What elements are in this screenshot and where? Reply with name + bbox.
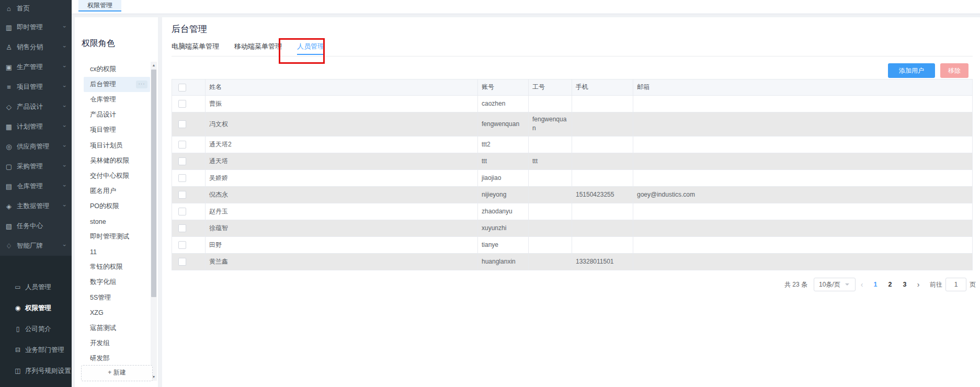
topbar: 权限管理: [72, 0, 980, 14]
table-cell: [572, 203, 633, 220]
role-item[interactable]: 常钰的权限: [84, 259, 150, 275]
tab-item[interactable]: 移动端菜单管理: [234, 41, 282, 55]
role-item[interactable]: 项目计划员: [84, 138, 150, 153]
role-item[interactable]: 后台管理···: [84, 77, 150, 92]
table-row[interactable]: 田野tianye: [172, 237, 972, 254]
sidebar-item-task[interactable]: ▧任务中心: [0, 216, 72, 236]
top-tab-permission-management[interactable]: 权限管理: [78, 0, 121, 12]
role-item[interactable]: 开发组: [84, 336, 150, 351]
sidebar-item-cart[interactable]: ▢采购管理›: [0, 156, 72, 176]
role-item[interactable]: cx的权限: [84, 62, 150, 77]
checkbox[interactable]: [178, 224, 186, 232]
role-item[interactable]: 即时管理测试: [84, 229, 150, 244]
sidebar-item-home[interactable]: ⌂首页: [0, 0, 72, 17]
scroll-up-icon[interactable]: ▲: [151, 62, 157, 69]
table-cell: [633, 254, 973, 270]
table-cell: goey@industics.com: [633, 187, 973, 203]
page-number-1[interactable]: 1: [870, 281, 881, 288]
table-cell: 曹振: [206, 96, 478, 112]
next-page-button[interactable]: ›: [912, 280, 925, 289]
role-item[interactable]: 寇苗测试: [84, 321, 150, 336]
role-item[interactable]: stone: [84, 214, 150, 229]
role-item[interactable]: 5S管理: [84, 290, 150, 305]
sidebar-item-plan[interactable]: ▦计划管理›: [0, 117, 72, 136]
checkbox[interactable]: [178, 120, 186, 128]
sidebar-subitem-staff[interactable]: ▭人员管理: [0, 277, 72, 298]
role-item[interactable]: PO的权限: [84, 199, 150, 214]
role-item[interactable]: XZG: [84, 305, 150, 321]
table-cell: [633, 237, 973, 253]
checkbox[interactable]: [178, 208, 186, 215]
checkbox[interactable]: [178, 157, 186, 165]
role-item[interactable]: 研发部: [84, 351, 150, 366]
checkbox[interactable]: [178, 141, 186, 149]
table-row[interactable]: 赵丹玉zhaodanyu: [172, 203, 972, 220]
tab-active-item[interactable]: 人员管理: [297, 41, 324, 55]
table-cell: zhaodanyu: [478, 203, 529, 220]
sidebar-menu: ⌂首页▥即时管理›♙销售分销›▣生产管理›≡项目管理›◇产品设计›▦计划管理›◎…: [0, 0, 72, 276]
page-number-3[interactable]: 3: [899, 281, 910, 288]
roles-scrollbar[interactable]: ▲ ▼: [151, 62, 157, 381]
table-cell: [572, 153, 633, 169]
sidebar-subitem-serial[interactable]: ◫序列号规则设置: [0, 360, 72, 381]
role-item[interactable]: 吴林健的权限: [84, 153, 150, 168]
goto-page-input[interactable]: [945, 278, 966, 291]
sidebar-subitem-company[interactable]: ▯公司简介: [0, 318, 72, 339]
cart-icon: ▢: [5, 163, 13, 170]
table-row[interactable]: 黄兰鑫huanglanxin13328011501: [172, 254, 972, 270]
sidebar-item-tag[interactable]: ♢智能厂牌›: [0, 236, 72, 256]
role-item[interactable]: 产品设计: [84, 107, 150, 122]
new-role-button[interactable]: + 新建: [81, 365, 153, 381]
checkbox-cell: [172, 254, 206, 270]
sidebar-item-person[interactable]: ♙销售分销›: [0, 37, 72, 57]
company-icon: ▯: [14, 325, 22, 333]
remove-button[interactable]: 移除: [940, 63, 968, 78]
scrollbar-thumb[interactable]: [151, 70, 156, 297]
table-row[interactable]: 通天塔2ttt2: [172, 136, 972, 153]
role-item[interactable]: 项目管理: [84, 122, 150, 138]
table-row[interactable]: 徐蕴智xuyunzhi: [172, 220, 972, 237]
checkbox[interactable]: [178, 100, 186, 108]
sidebar-item-masterdata[interactable]: ◈主数据管理›: [0, 196, 72, 216]
table-row[interactable]: 吴娇娇jiaojiao: [172, 170, 972, 187]
sidebar-item-design[interactable]: ◇产品设计›: [0, 97, 72, 117]
table-row[interactable]: 倪杰永nijieyong15150423255goey@industics.co…: [172, 187, 972, 203]
sidebar-subitem-department[interactable]: ⊟业务部门管理: [0, 339, 72, 360]
sidebar-subitem-permission[interactable]: ◉权限管理: [0, 298, 72, 318]
checkbox[interactable]: [178, 84, 186, 92]
sidebar-subitem-category[interactable]: ⊞系统分类维护: [0, 381, 72, 387]
role-item[interactable]: 11: [84, 244, 150, 259]
table-cell: fengwenquan: [529, 112, 572, 136]
prev-page-button[interactable]: ‹: [856, 280, 868, 289]
page-size-select[interactable]: 10条/页: [814, 278, 856, 291]
sidebar-item-production[interactable]: ▣生产管理›: [0, 57, 72, 77]
checkbox[interactable]: [178, 258, 186, 266]
tab-item[interactable]: 电脑端菜单管理: [172, 41, 219, 55]
task-icon: ▧: [5, 222, 13, 230]
role-item[interactable]: 交付中心权限: [84, 168, 150, 184]
sidebar-item-supplier[interactable]: ◎供应商管理›: [0, 136, 72, 156]
checkbox-cell: [172, 237, 206, 253]
checkbox-cell: [172, 112, 206, 136]
sidebar-item-warehouse[interactable]: ▤仓库管理›: [0, 176, 72, 196]
sidebar-item-project[interactable]: ≡项目管理›: [0, 77, 72, 97]
more-options-button[interactable]: ···: [136, 81, 147, 88]
role-item[interactable]: 数字化组: [84, 275, 150, 290]
table-row[interactable]: 冯文权fengwenquanfengwenquan: [172, 112, 972, 136]
sidebar-item-chart[interactable]: ▥即时管理›: [0, 17, 72, 37]
checkbox[interactable]: [178, 241, 186, 249]
add-user-button[interactable]: 添加用户: [888, 63, 935, 78]
checkbox-cell: [172, 153, 206, 169]
checkbox[interactable]: [178, 174, 186, 182]
table-cell: [529, 203, 572, 220]
table-cell: [633, 96, 973, 112]
home-icon: ⌂: [5, 5, 13, 13]
table-row[interactable]: 通天塔tttttt: [172, 153, 972, 170]
table-row[interactable]: 曹振caozhen: [172, 96, 972, 112]
role-item[interactable]: 仓库管理: [84, 92, 150, 107]
table-cell: [572, 220, 633, 236]
checkbox[interactable]: [178, 191, 186, 199]
page-number-2[interactable]: 2: [884, 281, 896, 288]
chevron-down-icon: ›: [62, 165, 68, 167]
role-item[interactable]: 匿名用户: [84, 184, 150, 199]
